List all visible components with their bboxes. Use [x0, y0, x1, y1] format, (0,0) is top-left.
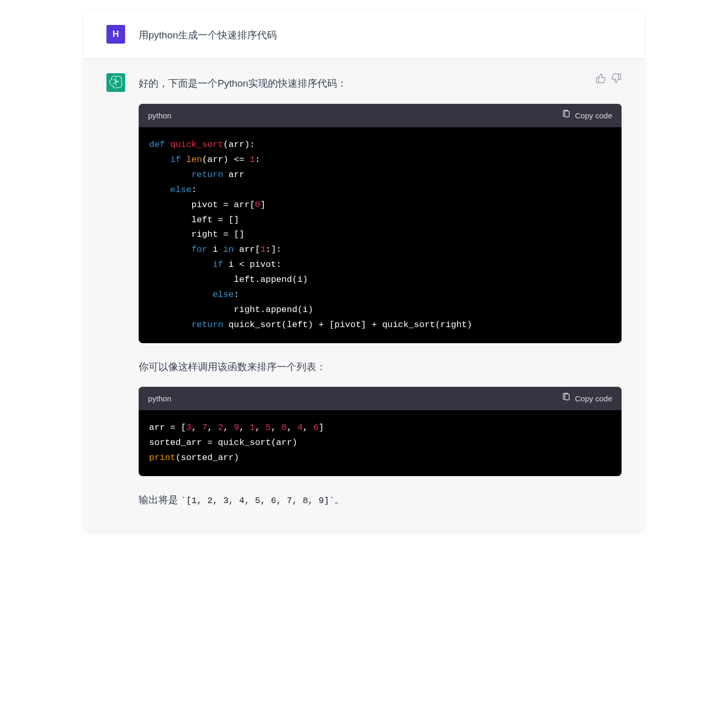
copy-code-button[interactable]: Copy code — [562, 392, 612, 405]
chat-card: H 用python生成一个快速排序代码 好的，下面是一个Python实现的快速排… — [84, 10, 644, 532]
clipboard-icon — [562, 109, 571, 123]
openai-logo-icon — [109, 75, 123, 91]
copy-code-label: Copy code — [575, 392, 612, 405]
user-avatar: H — [106, 25, 125, 44]
output-prefix: 输出将是 — [139, 494, 181, 505]
code-content-1[interactable]: def quick_sort(arr): if len(arr) <= 1: r… — [139, 127, 622, 343]
code-content-2[interactable]: arr = [3, 7, 2, 9, 1, 5, 8, 4, 6] sorted… — [139, 410, 622, 476]
assistant-followup-text: 你可以像这样调用该函数来排序一个列表： — [139, 359, 622, 375]
assistant-output-text: 输出将是 `[1, 2, 3, 4, 5, 6, 7, 8, 9]`。 — [139, 492, 622, 509]
thumbs-up-icon[interactable] — [596, 73, 606, 84]
code-block-1: python Copy code def quick_sort(arr): if… — [139, 104, 622, 343]
user-avatar-letter: H — [113, 29, 119, 39]
thumbs-down-icon[interactable] — [611, 73, 622, 84]
svg-rect-1 — [565, 394, 570, 400]
output-suffix: 。 — [334, 494, 344, 505]
code-language-label: python — [148, 109, 171, 123]
assistant-message: 好的，下面是一个Python实现的快速排序代码： python Copy cod… — [84, 59, 644, 532]
code-header: python Copy code — [139, 387, 622, 411]
copy-code-label: Copy code — [575, 109, 612, 123]
assistant-avatar — [106, 73, 125, 92]
code-block-2: python Copy code arr = [3, 7, 2, 9, 1, 5… — [139, 387, 622, 476]
copy-code-button[interactable]: Copy code — [562, 109, 612, 123]
feedback-buttons — [596, 73, 622, 84]
code-header: python Copy code — [139, 104, 622, 128]
output-inline-code: `[1, 2, 3, 4, 5, 6, 7, 8, 9]` — [181, 496, 334, 506]
svg-rect-0 — [565, 111, 570, 116]
assistant-intro-text: 好的，下面是一个Python实现的快速排序代码： — [139, 75, 622, 92]
user-message: H 用python生成一个快速排序代码 — [84, 10, 644, 59]
clipboard-icon — [562, 392, 571, 405]
assistant-message-body: 好的，下面是一个Python实现的快速排序代码： python Copy cod… — [139, 73, 622, 509]
user-message-text: 用python生成一个快速排序代码 — [139, 25, 622, 44]
code-language-label: python — [148, 392, 171, 405]
